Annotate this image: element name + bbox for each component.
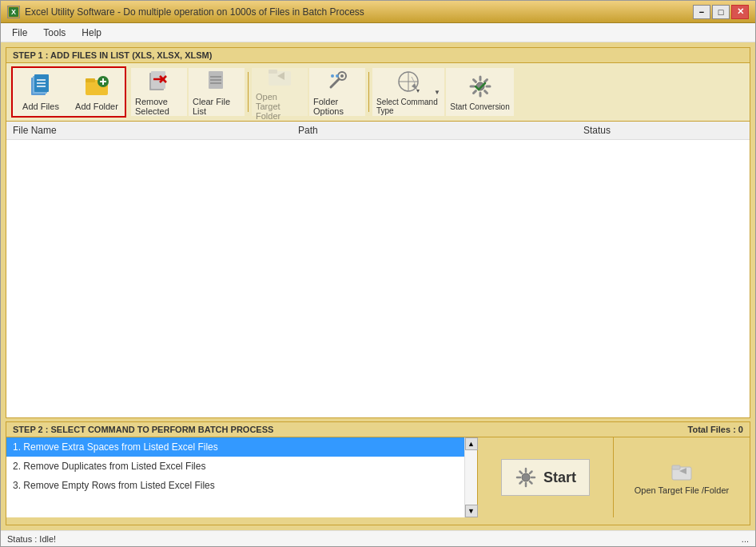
clear-file-list-label: Clear File List	[193, 97, 241, 116]
dropdown-arrow: ▼	[434, 89, 440, 96]
command-list-scrollbar: ▲ ▼	[464, 437, 477, 517]
start-conversion-label: Start Conversion	[450, 102, 509, 111]
command-list: 1. Remove Extra Spaces from Listed Excel…	[6, 437, 464, 517]
window-title: Excel Utility Software - Do multiple ope…	[25, 6, 364, 18]
open-target-icon	[670, 460, 693, 482]
command-list-area: 1. Remove Extra Spaces from Listed Excel…	[6, 437, 478, 517]
svg-line-42	[484, 90, 487, 93]
command-item-1[interactable]: 1. Remove Extra Spaces from Listed Excel…	[6, 437, 464, 457]
header-path: Path	[298, 125, 583, 136]
step2-body: 1. Remove Extra Spaces from Listed Excel…	[6, 437, 750, 517]
open-target-folder-label: Open Target Folder	[256, 92, 304, 121]
total-files: Total Files : 0	[688, 425, 743, 434]
close-button[interactable]: ✕	[731, 5, 749, 19]
status-bar: Status : Idle! ...	[1, 530, 755, 546]
title-bar-left: X Excel Utility Software - Do multiple o…	[7, 6, 364, 18]
add-group: Add Files Add Folder	[11, 66, 126, 118]
toolbar-separator-1	[248, 72, 249, 112]
select-command-type-icon	[396, 69, 421, 94]
command-item-2[interactable]: 2. Remove Duplicates from Listed Excel F…	[6, 457, 464, 476]
svg-line-33	[412, 77, 415, 83]
start-button[interactable]: Start	[501, 459, 590, 496]
header-status: Status	[583, 125, 743, 136]
start-button-label: Start	[543, 469, 576, 486]
svg-point-28	[336, 74, 339, 78]
svg-rect-9	[86, 78, 95, 82]
svg-rect-23	[269, 70, 277, 74]
file-list-body	[6, 140, 750, 417]
remove-selected-label: Remove Selected	[135, 97, 183, 116]
app-icon: X	[7, 6, 20, 18]
step2-header: STEP 2 : SELECT COMMAND TO PERFORM BATCH…	[6, 422, 750, 437]
add-files-label: Add Files	[22, 102, 59, 111]
main-window: X Excel Utility Software - Do multiple o…	[0, 0, 756, 547]
svg-line-51	[530, 481, 532, 484]
add-folder-button[interactable]: Add Folder	[69, 68, 125, 116]
menu-bar: File Tools Help	[1, 23, 755, 42]
add-folder-label: Add Folder	[75, 102, 118, 111]
status-corner: ...	[742, 534, 749, 544]
file-list-header: File Name Path Status	[6, 122, 750, 140]
action-area: Start Open Target File /Folder	[478, 437, 750, 517]
menu-help[interactable]: Help	[74, 26, 109, 40]
menu-tools[interactable]: Tools	[35, 26, 74, 40]
clear-file-list-icon	[204, 68, 229, 94]
svg-text:X: X	[11, 8, 16, 16]
add-files-button[interactable]: Add Files	[13, 68, 69, 116]
file-list-area: File Name Path Status	[6, 122, 750, 417]
step2-header-text: STEP 2 : SELECT COMMAND TO PERFORM BATCH…	[13, 425, 273, 434]
open-target-folder-icon	[267, 63, 292, 89]
svg-marker-35	[416, 90, 420, 93]
svg-point-27	[340, 74, 344, 78]
step2-section: STEP 2 : SELECT COMMAND TO PERFORM BATCH…	[6, 421, 750, 525]
select-command-type-label: Select Command Type	[376, 98, 440, 115]
svg-line-53	[519, 481, 522, 484]
command-item-3[interactable]: 3. Remove Empty Rows from Listed Excel F…	[6, 476, 464, 495]
menu-file[interactable]: File	[4, 26, 35, 40]
start-gear-icon	[515, 466, 537, 489]
title-bar: X Excel Utility Software - Do multiple o…	[1, 1, 755, 23]
open-target-file-folder-label: Open Target File /Folder	[635, 485, 729, 495]
header-filename: File Name	[13, 125, 298, 136]
svg-line-44	[473, 90, 475, 93]
start-conversion-button[interactable]: Start Conversion	[446, 68, 514, 116]
svg-line-43	[484, 79, 487, 82]
folder-options-button[interactable]: Folder Options	[309, 68, 365, 116]
open-target-file-folder-button[interactable]: Open Target File /Folder	[628, 453, 735, 501]
start-btn-area: Start	[478, 437, 614, 517]
toolbar-separator-2	[368, 72, 369, 112]
start-conversion-icon	[468, 74, 493, 99]
main-content: STEP 1 : ADD FILES IN LIST (XLS, XLSX, X…	[1, 42, 755, 530]
toolbar: Add Files Add Folder	[6, 63, 750, 122]
add-files-icon	[28, 73, 54, 98]
folder-options-label: Folder Options	[313, 97, 361, 116]
scroll-down-button[interactable]: ▼	[465, 505, 478, 517]
restore-button[interactable]: □	[712, 5, 730, 19]
remove-selected-button[interactable]: Remove Selected	[131, 68, 187, 116]
clear-file-list-button[interactable]: Clear File List	[189, 68, 245, 116]
open-target-folder-button[interactable]: Open Target Folder	[252, 68, 308, 116]
step1-section: STEP 1 : ADD FILES IN LIST (XLS, XLSX, X…	[6, 47, 750, 418]
scroll-up-button[interactable]: ▲	[465, 437, 478, 450]
svg-line-52	[530, 472, 532, 474]
folder-options-icon	[324, 68, 350, 94]
open-target-area: Open Target File /Folder	[614, 437, 750, 517]
svg-line-50	[519, 472, 522, 474]
minimize-button[interactable]: −	[693, 5, 710, 19]
add-folder-icon	[84, 73, 109, 98]
select-command-type-button[interactable]: Select Command Type ▼	[372, 68, 444, 116]
window-controls: − □ ✕	[693, 5, 749, 19]
svg-line-41	[473, 79, 475, 82]
status-text: Status : Idle!	[7, 534, 56, 544]
step1-header: STEP 1 : ADD FILES IN LIST (XLS, XLSX, X…	[6, 48, 750, 63]
svg-point-29	[331, 74, 334, 78]
scroll-track[interactable]	[465, 450, 477, 505]
remove-selected-icon	[146, 68, 172, 94]
svg-rect-55	[672, 465, 680, 469]
svg-point-45	[522, 473, 530, 481]
svg-line-26	[331, 79, 339, 87]
